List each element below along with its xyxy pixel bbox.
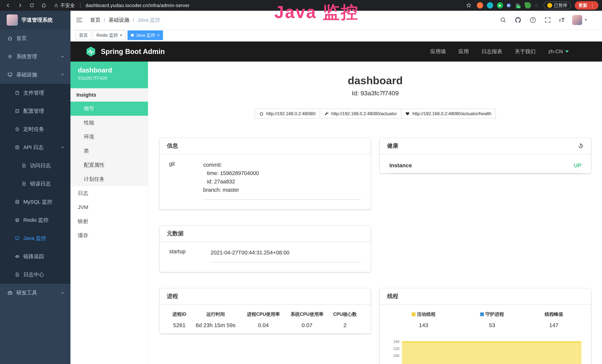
logo-avatar bbox=[7, 14, 18, 26]
drop-extension-icon[interactable] bbox=[487, 2, 493, 9]
home-icon[interactable] bbox=[39, 1, 48, 10]
app-logo[interactable]: 芋道管理系统 bbox=[0, 11, 70, 29]
sba-nav-applications[interactable]: 应用 bbox=[459, 48, 469, 55]
sba-nav-wallboard[interactable]: 应用墙 bbox=[430, 48, 446, 55]
sba-item-details[interactable]: 细节 bbox=[70, 102, 148, 116]
process-card: 进程 进程ID 运行时间 进程CPU使用率 系统CPU使用率 CPU核心数 bbox=[160, 288, 371, 334]
insights-label: Insights bbox=[70, 88, 148, 102]
hamburger-icon[interactable] bbox=[76, 16, 84, 24]
bookmark-star-icon[interactable] bbox=[464, 1, 473, 10]
chevron-down-icon bbox=[565, 50, 569, 53]
tag-home[interactable]: 首页 bbox=[76, 30, 91, 40]
git-id-line: id: 27aa832 bbox=[203, 177, 361, 186]
sba-item-config-props[interactable]: 配置属性 bbox=[70, 158, 148, 172]
forward-icon[interactable] bbox=[16, 1, 24, 10]
locale-selector[interactable]: zh-CN bbox=[548, 49, 569, 54]
legend-peak-threads: 线程峰值 bbox=[526, 308, 581, 319]
close-icon[interactable]: × bbox=[157, 33, 160, 37]
sba-item-scheduled-tasks[interactable]: 计划任务 bbox=[70, 172, 148, 186]
active-threads-area bbox=[402, 341, 581, 364]
sba-item-jvm[interactable]: JVM bbox=[70, 200, 148, 214]
refresh-icon[interactable] bbox=[27, 1, 36, 10]
site-security-chip[interactable]: ⚠ 不安全 bbox=[54, 2, 75, 9]
health-url-button[interactable]: http://192.168.0.2:48080/actuator/health bbox=[401, 109, 496, 119]
sidebar-item-java-monitor[interactable]: Java 监控 bbox=[0, 229, 70, 247]
sba-item-environment[interactable]: 环境 bbox=[70, 130, 148, 144]
paused-chip[interactable]: 已暂停 bbox=[544, 1, 571, 9]
back-icon[interactable] bbox=[4, 1, 13, 10]
sba-item-classes[interactable]: 类 bbox=[70, 144, 148, 158]
daemon-threads-swatch bbox=[480, 312, 484, 316]
sba-item-caches[interactable]: 缓存 bbox=[70, 228, 148, 243]
github-icon[interactable] bbox=[514, 16, 522, 24]
health-card: 健康 Instance UP bbox=[380, 138, 591, 173]
sidebar-item-log-center[interactable]: 日志中心 bbox=[0, 266, 70, 284]
play-extension-icon[interactable]: ▶ bbox=[497, 2, 503, 9]
health-url: http://192.168.0.2:48080/actuator/health bbox=[412, 111, 491, 116]
sba-main: dashboard Id: 93a3fc7f7409 http://192.16… bbox=[148, 62, 602, 364]
sidebar-item-infrastructure[interactable]: 基础设施 bbox=[0, 66, 70, 84]
sidebar-item-scheduled-tasks[interactable]: 定时任务 bbox=[0, 120, 70, 138]
process-cpu-value: 0.04 bbox=[242, 319, 285, 333]
service-url-button[interactable]: http://192.168.0.2:48080/ bbox=[255, 109, 320, 119]
browser-menu-icon[interactable]: ⋮ bbox=[590, 3, 595, 8]
leaf-extension-icon[interactable] bbox=[525, 2, 531, 9]
doc-icon bbox=[22, 181, 26, 186]
grid-extension-icon[interactable]: ⊞ bbox=[507, 3, 511, 7]
search-icon[interactable] bbox=[499, 16, 507, 24]
sidebar-item-error-log[interactable]: 错误日志 bbox=[0, 175, 70, 193]
metadata-card-title: 元数据 bbox=[167, 230, 183, 237]
fox-extension-icon[interactable] bbox=[477, 2, 483, 9]
paw-extension-icon[interactable] bbox=[535, 3, 538, 7]
user-menu[interactable] bbox=[572, 15, 587, 25]
browser-actions: ▶ ⊞ on 已暂停 更新 ⋮ bbox=[464, 1, 599, 10]
address-url[interactable]: dashboard.yudao.iocoder.cn/infra/admin-s… bbox=[86, 3, 190, 8]
insights-group: Insights 细节 性能 环境 类 配置属性 计划任务 bbox=[70, 88, 148, 186]
actuator-url-button[interactable]: http://192.168.0.2:48080/actuator bbox=[320, 109, 401, 119]
breadcrumb-separator: / bbox=[133, 17, 134, 23]
sba-item-logs[interactable]: 日志 bbox=[70, 186, 148, 200]
security-label: 不安全 bbox=[60, 2, 75, 9]
sba-instance-header[interactable]: dashboard 93a3fc7f7409 bbox=[70, 62, 148, 88]
sidebar-item-label: 错误日志 bbox=[30, 180, 51, 187]
tag-redis-monitor[interactable]: Redis 监控 × bbox=[93, 30, 126, 40]
sba-item-metrics[interactable]: 性能 bbox=[70, 116, 148, 130]
info-card-title: 信息 bbox=[167, 142, 178, 150]
locale-label: zh-CN bbox=[548, 49, 563, 54]
sba-brand[interactable]: Spring Boot Admin bbox=[85, 46, 165, 57]
infrastructure-submenu: 文件管理 配置管理 定时任务 API 日志 访问日志 bbox=[0, 84, 70, 284]
tag-java-monitor[interactable]: Java 监控 × bbox=[128, 30, 163, 40]
sidebar-item-api-log[interactable]: API 日志 bbox=[0, 138, 70, 157]
health-instance-row[interactable]: Instance UP bbox=[389, 162, 581, 173]
sba-item-mappings[interactable]: 映射 bbox=[70, 214, 148, 228]
fullscreen-icon[interactable] bbox=[544, 16, 551, 24]
sidebar-item-system[interactable]: 系统管理 bbox=[0, 47, 70, 66]
font-size-icon[interactable]: тT bbox=[559, 17, 565, 23]
sidebar-item-dev-tools[interactable]: 研发工具 bbox=[0, 284, 70, 302]
close-icon[interactable]: × bbox=[120, 33, 122, 37]
sidebar-item-tracing[interactable]: 链路追踪 bbox=[0, 247, 70, 266]
doc-icon bbox=[22, 163, 26, 168]
sidebar-item-label: 研发工具 bbox=[16, 289, 37, 296]
sidebar-item-file-management[interactable]: 文件管理 bbox=[0, 84, 70, 102]
sba-nav-about[interactable]: 关于我们 bbox=[515, 48, 536, 55]
page: ⚠ 不安全 dashboard.yudao.iocoder.cn/infra/a… bbox=[0, 0, 602, 364]
switch-extension-icon[interactable]: on bbox=[516, 3, 519, 7]
breadcrumb-infrastructure[interactable]: 基础设施 bbox=[109, 17, 129, 23]
help-icon[interactable] bbox=[529, 16, 537, 24]
update-button[interactable]: 更新 ⋮ bbox=[575, 1, 599, 10]
sidebar-item-label: 日志中心 bbox=[23, 271, 44, 278]
sidebar-item-redis-monitor[interactable]: Redis 监控 bbox=[0, 211, 70, 229]
sidebar-item-mysql-monitor[interactable]: MySQL 监控 bbox=[0, 193, 70, 211]
sidebar-item-home[interactable]: 首页 bbox=[0, 29, 70, 47]
chevron-up-icon bbox=[60, 145, 64, 150]
sba-nav-journal[interactable]: 日志报表 bbox=[482, 48, 502, 55]
breadcrumb-home[interactable]: 首页 bbox=[90, 17, 100, 23]
sba-sidebar: dashboard 93a3fc7f7409 Insights 细节 性能 环境… bbox=[70, 62, 148, 364]
sba-navbar: Spring Boot Admin 应用墙 应用 日志报表 关于我们 zh-CN bbox=[70, 42, 602, 62]
history-icon[interactable] bbox=[578, 143, 584, 149]
metadata-value: 2021-04-27T00:44:31.254+08:00 bbox=[211, 248, 361, 262]
sidebar-item-config-management[interactable]: 配置管理 bbox=[0, 102, 70, 120]
sidebar-item-access-log[interactable]: 访问日志 bbox=[0, 157, 70, 175]
on-badge: on bbox=[516, 5, 521, 8]
